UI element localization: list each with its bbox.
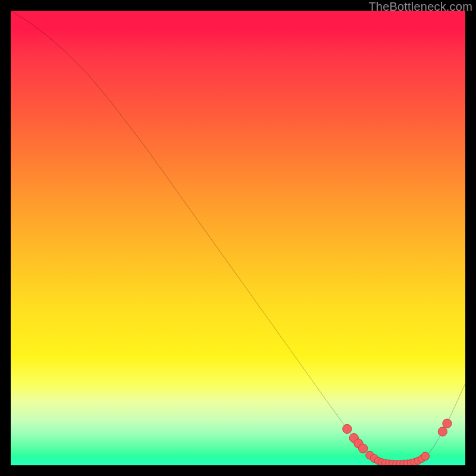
plot-area [11,11,465,465]
watermark-text: TheBottleneck.com [368,0,472,14]
gradient-background [11,11,465,465]
chart-stage: TheBottleneck.com [0,0,476,476]
